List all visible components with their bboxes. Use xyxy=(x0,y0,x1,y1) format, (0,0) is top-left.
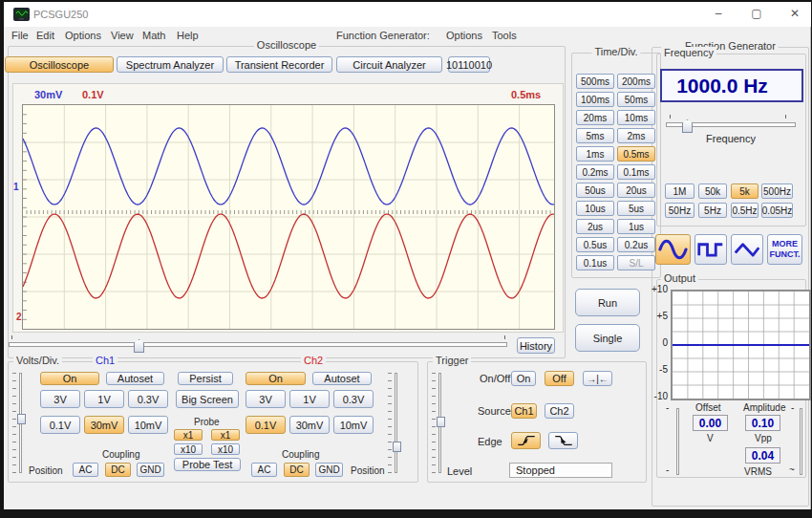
freq-500hz[interactable]: 500Hz xyxy=(761,183,793,199)
run-button[interactable]: Run xyxy=(575,289,640,316)
trigger-source-ch1-button[interactable]: Ch1 xyxy=(511,403,537,419)
ch1-volt-0.1v[interactable]: 0.1V xyxy=(40,416,80,434)
timediv-5us[interactable]: 5us xyxy=(617,201,655,216)
timediv-0.1ms[interactable]: 0.1ms xyxy=(617,164,655,180)
ch1-volt-0.3v[interactable]: 0.3V xyxy=(128,390,168,408)
offset-slider[interactable] xyxy=(676,408,679,475)
scope-scrollbar[interactable] xyxy=(9,342,507,347)
timediv-2us[interactable]: 2us xyxy=(576,219,614,234)
timediv-10us[interactable]: 10us xyxy=(576,201,614,216)
timediv-0.5ms[interactable]: 0.5ms xyxy=(617,146,655,162)
timediv-0.5us[interactable]: 0.5us xyxy=(576,237,614,252)
menu-help[interactable]: Help xyxy=(177,30,199,41)
timediv-1ms[interactable]: 1ms xyxy=(576,146,614,162)
minimize-button[interactable]: – xyxy=(708,7,729,22)
big-screen-button[interactable]: Big Screen xyxy=(176,390,239,408)
ch1-probe-x1-button[interactable]: x1 xyxy=(174,429,203,441)
ch2-probe-x1-button[interactable]: x1 xyxy=(211,429,240,441)
ch2-coupling-gnd[interactable]: GND xyxy=(315,463,343,477)
freq-1m[interactable]: 1M xyxy=(665,183,694,199)
freq-0.5hz[interactable]: 0.5Hz xyxy=(731,203,759,218)
freq-5hz[interactable]: 5Hz xyxy=(698,203,727,218)
history-button[interactable]: History xyxy=(517,337,555,354)
ch1-coupling-dc[interactable]: DC xyxy=(105,463,131,477)
maximize-button[interactable]: ▢ xyxy=(746,7,767,22)
freq-50k[interactable]: 50k xyxy=(698,183,727,199)
ch1-position-thumb[interactable] xyxy=(17,414,26,424)
ch2-volt-0.3v[interactable]: 0.3V xyxy=(333,390,374,408)
ch2-coupling-dc[interactable]: DC xyxy=(284,463,310,477)
more-funct-button[interactable]: MORE FUNCT. xyxy=(767,234,802,265)
ch2-volt-0.1v[interactable]: 0.1V xyxy=(246,416,286,434)
timediv-10ms[interactable]: 10ms xyxy=(617,110,655,125)
sine-wave-button[interactable] xyxy=(655,234,691,265)
ch2-on-button[interactable]: On xyxy=(246,372,306,385)
trigger-falling-edge-button[interactable] xyxy=(548,432,578,449)
ch1-trace-marker[interactable]: 1 xyxy=(13,182,19,192)
ch2-autoset-button[interactable]: Autoset xyxy=(312,372,372,385)
timediv-50us[interactable]: 50us xyxy=(576,183,614,198)
ch1-coupling-gnd[interactable]: GND xyxy=(137,463,164,477)
ch2-volt-10mv[interactable]: 10mV xyxy=(333,416,374,434)
ch1-volt-30mv[interactable]: 30mV xyxy=(84,416,124,434)
menu-options[interactable]: Options xyxy=(446,30,482,41)
menu-view[interactable]: View xyxy=(111,30,134,41)
tab-circuit-analyzer[interactable]: Circuit Analyzer xyxy=(336,56,442,73)
ch1-coupling-ac[interactable]: AC xyxy=(73,463,98,477)
ch2-position-slider[interactable] xyxy=(395,373,397,473)
timediv-100ms[interactable]: 100ms xyxy=(576,92,614,107)
close-button[interactable]: ✕ xyxy=(784,7,805,22)
timediv-20ms[interactable]: 20ms xyxy=(576,110,614,125)
ch2-probe-x10-button[interactable]: x10 xyxy=(211,443,240,455)
timediv-50ms[interactable]: 50ms xyxy=(617,92,655,107)
menu-math[interactable]: Math xyxy=(142,30,165,41)
tab-oscilloscope[interactable]: Oscilloscope xyxy=(5,56,114,73)
trigger-status-field[interactable]: Stopped xyxy=(509,463,612,478)
ch1-volt-10mv[interactable]: 10mV xyxy=(128,416,168,434)
ch1-probe-x10-button[interactable]: x10 xyxy=(174,443,203,455)
ch2-trace-marker[interactable]: 2 xyxy=(16,312,22,322)
trigger-off-button[interactable]: Off xyxy=(545,371,574,386)
freq-50hz[interactable]: 50Hz xyxy=(665,203,694,218)
tab-spectrum-analyzer[interactable]: Spectrum Analyzer xyxy=(117,56,224,73)
menu-edit[interactable]: Edit xyxy=(36,30,54,41)
amplitude-value: 0.10 xyxy=(745,415,780,431)
tab-transient-recorder[interactable]: Transient Recorder xyxy=(226,56,332,73)
ch1-volt-1v[interactable]: 1V xyxy=(84,390,124,408)
ch2-coupling-ac[interactable]: AC xyxy=(251,463,277,477)
timediv-0.2us[interactable]: 0.2us xyxy=(617,237,655,252)
timediv-500ms[interactable]: 500ms xyxy=(576,74,614,89)
ch1-volt-3v[interactable]: 3V xyxy=(40,390,80,408)
square-wave-button[interactable] xyxy=(694,234,727,265)
trigger-level-thumb[interactable] xyxy=(437,417,445,427)
trigger-on-button[interactable]: On xyxy=(511,371,536,386)
amplitude-slider[interactable] xyxy=(800,408,802,475)
trigger-source-ch2-button[interactable]: Ch2 xyxy=(545,403,574,419)
probe-test-button[interactable]: Probe Test xyxy=(174,458,241,471)
tab-10110010[interactable]: 10110010 xyxy=(448,56,490,73)
trigger-rising-edge-button[interactable] xyxy=(511,432,541,449)
timediv-0.2ms[interactable]: 0.2ms xyxy=(576,164,614,180)
timediv-0.1us[interactable]: 0.1us xyxy=(576,255,614,270)
timediv-20us[interactable]: 20us xyxy=(617,183,655,198)
triangle-wave-button[interactable] xyxy=(731,234,763,265)
timediv-2ms[interactable]: 2ms xyxy=(617,128,655,143)
menu-file[interactable]: File xyxy=(11,30,29,41)
trigger-compress-button[interactable]: →|← xyxy=(583,371,612,386)
persist-button[interactable]: Persist xyxy=(178,372,233,385)
timediv-200ms[interactable]: 200ms xyxy=(617,74,655,89)
ch1-autoset-button[interactable]: Autoset xyxy=(106,372,164,385)
menu-options[interactable]: Options xyxy=(65,30,101,41)
ch1-on-button[interactable]: On xyxy=(40,372,99,385)
freq-0.05hz[interactable]: 0.05Hz xyxy=(761,203,793,218)
freq-5k[interactable]: 5k xyxy=(731,183,759,199)
menu-tools[interactable]: Tools xyxy=(492,30,517,41)
menu-functiongenerator[interactable]: Function Generator: xyxy=(336,30,430,41)
timediv-5ms[interactable]: 5ms xyxy=(576,128,614,143)
ch2-volt-30mv[interactable]: 30mV xyxy=(289,416,330,434)
single-button[interactable]: Single xyxy=(575,324,640,352)
timediv-1us[interactable]: 1us xyxy=(617,219,655,234)
ch2-position-thumb[interactable] xyxy=(393,442,401,452)
ch2-volt-1v[interactable]: 1V xyxy=(289,390,330,408)
ch2-volt-3v[interactable]: 3V xyxy=(246,390,286,408)
